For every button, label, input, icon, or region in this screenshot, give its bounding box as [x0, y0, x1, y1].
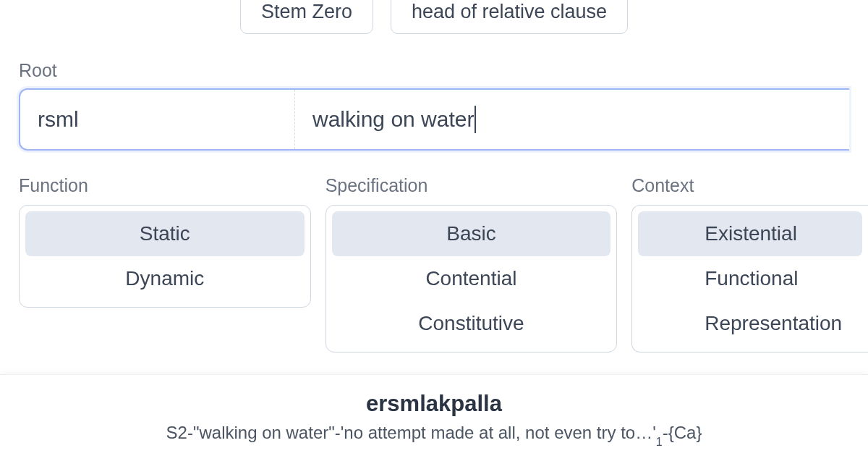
option-context-representation[interactable]: Representation [638, 301, 862, 346]
option-spec-basic[interactable]: Basic [332, 211, 611, 256]
root-gloss-text: walking on water [312, 107, 474, 132]
result-bar: ersmlakpalla S2-"walking on water"-'no a… [0, 374, 868, 456]
context-options: Existential Functional Representation [631, 205, 868, 352]
option-function-static[interactable]: Static [25, 211, 305, 256]
result-gloss-prefix: S2-"walking on water"-'no attempt made a… [166, 423, 656, 442]
function-label: Function [19, 175, 311, 196]
chip-stem-zero[interactable]: Stem Zero [240, 0, 373, 34]
root-label: Root [19, 60, 849, 81]
text-caret [475, 106, 476, 133]
chip-head-relative-clause[interactable]: head of relative clause [391, 0, 628, 34]
root-gloss-input[interactable]: walking on water [295, 90, 849, 149]
option-context-existential[interactable]: Existential [638, 211, 862, 256]
option-spec-constitutive[interactable]: Constitutive [332, 301, 611, 346]
option-spec-contential[interactable]: Contential [332, 256, 611, 301]
specification-options: Basic Contential Constitutive [326, 205, 618, 352]
root-input-row: rsml walking on water [19, 88, 849, 151]
function-options: Static Dynamic [19, 205, 311, 308]
root-code-input[interactable]: rsml [20, 90, 295, 149]
result-word: ersmlakpalla [0, 391, 868, 417]
result-gloss-suffix: -{Ca} [663, 423, 702, 442]
option-context-functional[interactable]: Functional [638, 256, 862, 301]
context-label: Context [631, 175, 868, 196]
specification-label: Specification [326, 175, 618, 196]
result-gloss: S2-"walking on water"-'no attempt made a… [0, 423, 868, 446]
option-function-dynamic[interactable]: Dynamic [25, 256, 305, 301]
result-gloss-subscript: 1 [656, 436, 663, 448]
